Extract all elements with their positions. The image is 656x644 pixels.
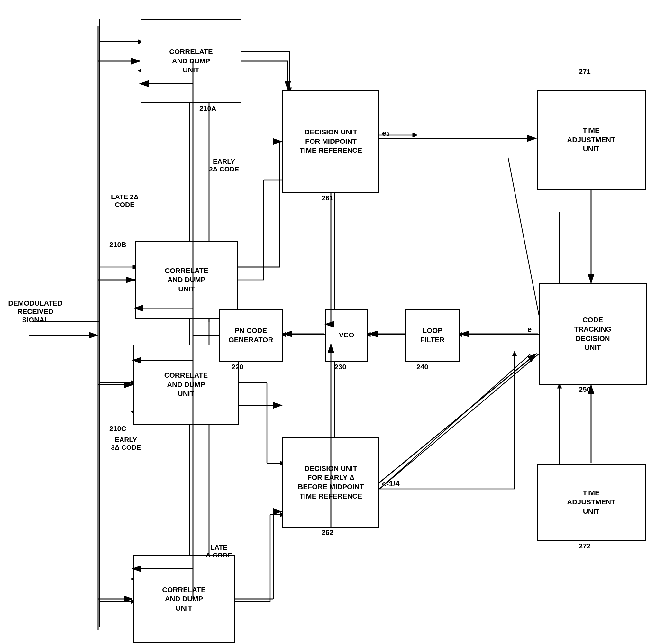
early-3delta-label: EARLY3Δ CODE — [111, 436, 141, 451]
time-adj-272: TIMEADJUSTMENTUNIT — [537, 463, 646, 541]
time-adj-271: TIMEADJUSTMENTUNIT — [537, 90, 646, 190]
loop-filter-id: 240 — [417, 363, 428, 371]
time-adj-271-id: 271 — [579, 68, 591, 76]
cdu-210b: CORRELATEAND DUMPUNIT — [135, 240, 238, 319]
pn-code-id: 220 — [232, 363, 243, 371]
decision-261-id: 261 — [322, 194, 333, 202]
time-adj-272-id: 272 — [579, 542, 591, 550]
svg-marker-48 — [413, 133, 417, 137]
loop-filter: LOOPFILTER — [405, 309, 460, 362]
svg-marker-64 — [512, 351, 517, 356]
code-tracking-id: 250 — [579, 385, 591, 394]
code-tracking: CODETRACKINGDECISIONUNIT — [539, 283, 647, 385]
e-label: e — [528, 325, 532, 334]
cdu-210d: CORRELATEAND DUMPUNIT — [133, 555, 235, 643]
vco: VCO — [325, 309, 368, 362]
cdu-210a: CORRELATEAND DUMPUNIT — [141, 19, 241, 103]
vco-id: 230 — [334, 363, 346, 371]
cdu-210c-id: 210C — [109, 424, 126, 433]
e14-label: e-1/4 — [382, 479, 400, 488]
svg-line-49 — [508, 158, 539, 315]
late-2delta-label: LATE 2ΔCODE — [111, 193, 139, 208]
diagram: DEMODULATEDRECEIVEDSIGNAL CORRELATEAND D… — [0, 0, 656, 644]
e0-label: e₀ — [382, 129, 390, 138]
pn-code-generator: PN CODEGENERATOR — [219, 309, 283, 362]
decision-262-id: 262 — [322, 529, 333, 537]
decision-261: DECISION UNITFOR MIDPOINTTIME REFERENCE — [282, 90, 379, 193]
svg-line-59 — [379, 354, 531, 489]
svg-line-58 — [379, 354, 539, 489]
cdu-210b-id: 210B — [109, 240, 126, 249]
early-2delta-label: EARLY2Δ CODE — [209, 158, 239, 173]
demodulated-signal-label: DEMODULATEDRECEIVEDSIGNAL — [6, 299, 64, 324]
decision-262: DECISION UNITFOR EARLY ΔBEFORE MIDPOINTT… — [282, 437, 379, 528]
late-delta-label: LATEΔ CODE — [206, 544, 232, 559]
cdu-210a-id: 210A — [200, 105, 216, 113]
